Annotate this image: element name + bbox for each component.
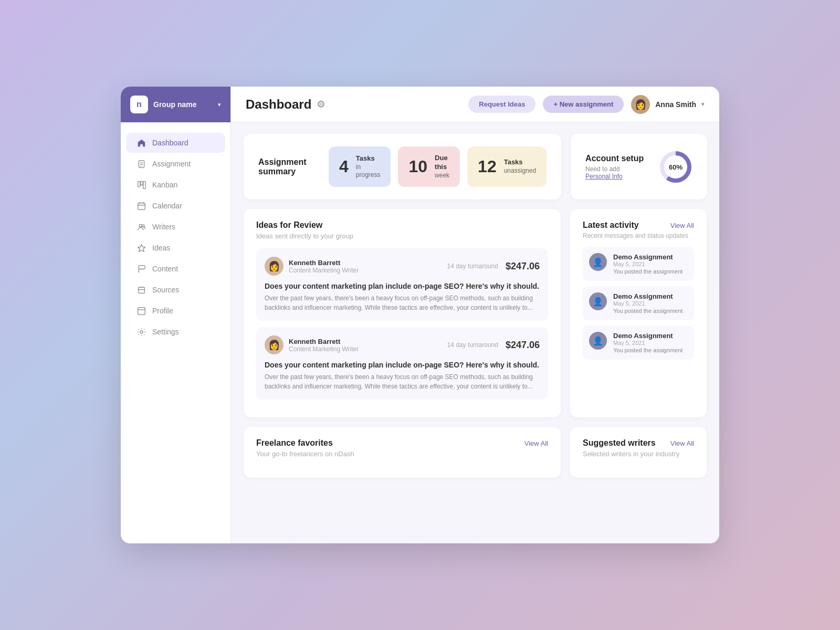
group-name-chevron-icon: ▾: [218, 101, 221, 108]
activity-date-3: May 5, 2021: [613, 340, 688, 346]
activity-item-3: 👤 Demo Assignment May 5, 2021 You posted…: [583, 326, 694, 360]
sidebar-item-content[interactable]: Content: [126, 259, 225, 279]
sidebar-nav: Dashboard Assignment Kanban: [121, 122, 230, 352]
user-avatar: 👩: [631, 95, 650, 114]
turnaround-2: 14 day turnaround: [447, 341, 498, 349]
sidebar-item-kanban[interactable]: Kanban: [126, 175, 225, 195]
latest-activity-header: Latest activity View All: [583, 220, 694, 230]
ideas-review-subtitle: Ideas sent directly to your group: [256, 232, 548, 240]
sidebar-item-dashboard[interactable]: Dashboard: [126, 133, 225, 153]
summary-stats: 4 Tasks in progress 10 Due this week: [329, 146, 547, 187]
sidebar-label-content: Content: [152, 265, 178, 273]
main-content: Dashboard ⚙ Request Ideas + New assignme…: [231, 87, 719, 543]
group-name-label: Group name: [153, 100, 213, 109]
activity-avatar-1: 👤: [589, 253, 607, 271]
sidebar-item-assignment[interactable]: Assignment: [126, 154, 225, 174]
idea-item-header-2: 👩 Kenneth Barrett Content Marketing Writ…: [265, 335, 540, 354]
freelance-subtitle: Your go-to freelancers on nDash: [256, 450, 548, 458]
freelance-favorites-card: Freelance favorites View All Your go-to …: [244, 427, 561, 478]
profile-icon: [136, 306, 146, 316]
account-setup-donut: 60%: [659, 150, 692, 184]
settings-icon: [136, 327, 146, 337]
gear-icon[interactable]: ⚙: [317, 99, 325, 110]
user-menu[interactable]: 👩 Anna Smith ▾: [631, 95, 705, 114]
sidebar-label-dashboard: Dashboard: [152, 139, 188, 147]
writer-avatar-1: 👩: [265, 257, 284, 276]
idea-item-2: 👩 Kenneth Barrett Content Marketing Writ…: [256, 327, 548, 400]
activity-info-1: Demo Assignment May 5, 2021 You posted t…: [613, 253, 688, 275]
app-window: n Group name ▾ Dashboard Assignment: [121, 87, 719, 543]
writer-role-1: Content Marketing Writer: [289, 267, 359, 274]
user-chevron-icon: ▾: [701, 101, 705, 108]
content-icon: [136, 264, 146, 274]
sources-icon: [136, 285, 146, 295]
activity-desc-2: You posted the assignment: [613, 308, 688, 314]
account-need-to-add: Need to add Personal Info: [585, 165, 649, 180]
latest-activity-card: Latest activity View All Recent messages…: [570, 209, 707, 417]
activity-item-2: 👤 Demo Assignment May 5, 2021 You posted…: [583, 286, 694, 320]
suggested-writers-card: Suggested writers View All Selected writ…: [570, 427, 707, 478]
sidebar-item-profile[interactable]: Profile: [126, 301, 225, 321]
writer-role-2: Content Marketing Writer: [289, 345, 359, 353]
writer-info-1: 👩 Kenneth Barrett Content Marketing Writ…: [265, 257, 359, 276]
dashboard-body: Assignment summary 4 Tasks in progress: [231, 122, 719, 543]
idea-title-1: Does your content marketing plan include…: [265, 282, 540, 290]
writer-name-2: Kenneth Barrett: [289, 338, 359, 345]
sidebar-label-sources: Sources: [152, 286, 179, 294]
personal-info-link[interactable]: Personal Info: [585, 173, 623, 180]
account-setup-card: Account setup Need to add Personal Info …: [571, 134, 707, 200]
svg-text:60%: 60%: [669, 163, 682, 171]
suggested-writers-view-all[interactable]: View All: [670, 439, 694, 447]
sidebar-item-writers[interactable]: Writers: [126, 217, 225, 237]
request-ideas-button[interactable]: Request Ideas: [468, 96, 536, 113]
writer-info-2: 👩 Kenneth Barrett Content Marketing Writ…: [265, 335, 359, 354]
sidebar-item-ideas[interactable]: Ideas: [126, 238, 225, 258]
activity-desc-3: You posted the assignment: [613, 347, 688, 353]
svg-rect-6: [143, 181, 145, 188]
freelance-view-all[interactable]: View All: [524, 439, 548, 447]
idea-desc-2: Over the past few years, there's been a …: [265, 372, 540, 391]
sidebar-label-calendar: Calendar: [152, 202, 182, 210]
ideas-review-header: Ideas for Review: [256, 220, 548, 230]
svg-marker-13: [138, 244, 145, 251]
sidebar-item-settings[interactable]: Settings: [126, 322, 225, 342]
svg-rect-14: [138, 287, 144, 293]
svg-rect-7: [138, 203, 145, 209]
idea-item: 👩 Kenneth Barrett Content Marketing Writ…: [256, 248, 548, 321]
stat-label-tasks: Tasks in progress: [356, 154, 381, 180]
svg-point-17: [140, 330, 142, 333]
price-2: $247.06: [506, 340, 540, 351]
account-setup-title: Account setup: [585, 154, 649, 163]
sidebar-label-kanban: Kanban: [152, 181, 177, 189]
new-assignment-button[interactable]: + New assignment: [543, 96, 624, 113]
activity-item-1: 👤 Demo Assignment May 5, 2021 You posted…: [583, 247, 694, 281]
writer-avatar-2: 👩: [265, 335, 284, 354]
price-1: $247.06: [506, 261, 540, 272]
activity-avatar-3: 👤: [589, 332, 607, 350]
idea-desc-1: Over the past few years, there's been a …: [265, 293, 540, 312]
latest-activity-title: Latest activity: [583, 220, 639, 230]
activity-title-3: Demo Assignment: [613, 332, 688, 340]
sidebar-label-profile: Profile: [152, 307, 173, 315]
assignment-summary-card: Assignment summary 4 Tasks in progress: [244, 134, 561, 200]
ideas-review-card: Ideas for Review Ideas sent directly to …: [244, 209, 561, 417]
svg-point-11: [139, 224, 142, 227]
writers-icon: [136, 222, 146, 232]
sidebar-item-sources[interactable]: Sources: [126, 280, 225, 300]
stat-tasks-in-progress: 4 Tasks in progress: [329, 146, 391, 187]
suggested-writers-header: Suggested writers View All: [583, 438, 694, 448]
stat-number-due: 10: [408, 157, 427, 176]
activity-date-1: May 5, 2021: [613, 261, 688, 267]
group-name-header[interactable]: n Group name ▾: [121, 87, 230, 122]
svg-point-12: [142, 224, 144, 226]
idea-price-1: 14 day turnaround $247.06: [447, 261, 540, 272]
activity-title-2: Demo Assignment: [613, 292, 688, 300]
stat-due-this-week: 10 Due this week: [398, 146, 460, 187]
writer-name-1: Kenneth Barrett: [289, 259, 359, 267]
activity-info-2: Demo Assignment May 5, 2021 You posted t…: [613, 292, 688, 314]
calendar-icon: [136, 201, 146, 211]
bottom-row: Freelance favorites View All Your go-to …: [244, 427, 707, 478]
activity-title-1: Demo Assignment: [613, 253, 688, 261]
sidebar-item-calendar[interactable]: Calendar: [126, 196, 225, 216]
latest-activity-view-all[interactable]: View All: [670, 222, 694, 229]
